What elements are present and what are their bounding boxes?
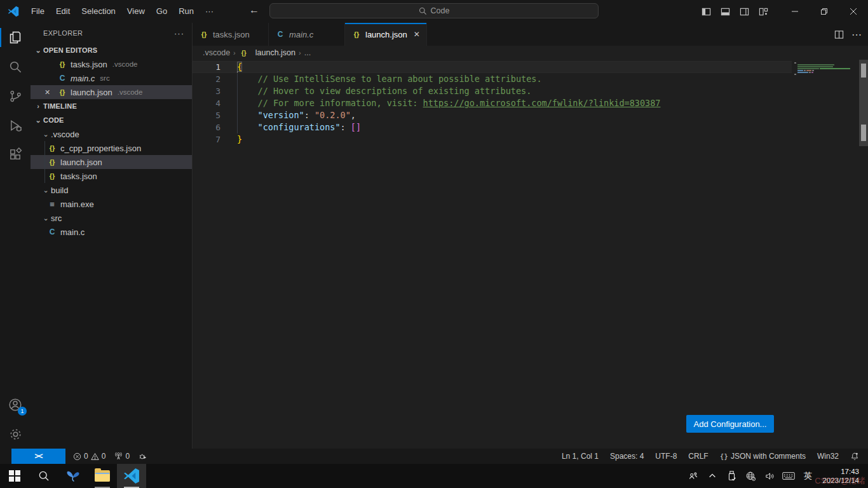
add-configuration-button[interactable]: Add Configuration... (686, 415, 774, 433)
tree-item-main-c[interactable]: Cmain.csrc (31, 71, 192, 85)
volume-icon[interactable] (761, 464, 778, 488)
breadcrumb-more[interactable]: ... (304, 48, 311, 57)
activity-extensions-icon[interactable] (0, 140, 31, 169)
activity-explorer-icon[interactable] (0, 23, 31, 52)
taskbar-vscode[interactable] (117, 464, 146, 488)
item-label: main.c (60, 227, 85, 237)
code-line[interactable]: 3// Hover to view descriptions of existi… (193, 85, 792, 97)
section-timeline[interactable]: ›TIMELINE (31, 99, 192, 113)
explorer-tree: ⌄OPEN EDITORS{}tasks.json.vscodeCmain.cs… (31, 43, 192, 239)
customize-layout-icon[interactable] (754, 2, 773, 21)
platform[interactable]: Win32 (813, 452, 843, 461)
cursor-position[interactable]: Ln 1, Col 1 (558, 452, 602, 461)
sidebar-more-icon[interactable]: ··· (174, 29, 184, 38)
toggle-sidebar-icon[interactable] (696, 2, 715, 21)
settings-gear-icon[interactable] (0, 419, 31, 449)
breadcrumb-folder[interactable]: .vscode (203, 48, 230, 57)
token: } (237, 134, 242, 144)
code-lines: 1{2// Use IntelliSense to learn about po… (193, 61, 792, 146)
tree-item-main-c[interactable]: Cmain.c (31, 225, 192, 239)
tab-main-c[interactable]: Cmain.c (269, 23, 345, 46)
activity-search-icon[interactable] (0, 52, 31, 81)
radio-tower-icon (114, 452, 123, 461)
taskbar-app-butterfly[interactable] (58, 464, 88, 488)
remote-indicator[interactable]: >< (11, 449, 65, 464)
activity-source-control-icon[interactable] (0, 81, 31, 111)
code-editor[interactable]: 1{2// Use IntelliSense to learn about po… (193, 60, 868, 449)
usb-icon[interactable] (723, 464, 740, 488)
tree-item-c-cpp-properties-json[interactable]: {}c_cpp_properties.json (31, 141, 192, 155)
close-tab-icon[interactable]: ✕ (407, 30, 420, 39)
more-actions-icon[interactable]: ⋯ (851, 29, 862, 41)
network-globe-icon[interactable] (742, 464, 759, 488)
section-code[interactable]: ⌄CODE (31, 113, 192, 127)
tree-item-vscode[interactable]: ⌄.vscode (31, 127, 192, 141)
start-button[interactable] (0, 464, 29, 488)
keyboard-ime-icon[interactable] (780, 464, 797, 488)
ports-status[interactable]: 0 (111, 452, 133, 461)
menu-view[interactable]: View (121, 2, 151, 21)
item-label: main.exe (60, 200, 94, 209)
minimap-segment (797, 68, 819, 69)
item-label: tasks.json (60, 172, 97, 181)
tab-tasks-json[interactable]: {}tasks.json (193, 23, 269, 46)
people-icon[interactable] (685, 464, 702, 488)
split-editor-icon[interactable] (834, 30, 844, 39)
tab-launch-json[interactable]: {}launch.json✕ (345, 23, 427, 46)
code-line[interactable]: 1{ (193, 61, 792, 73)
sidebar-header: EXPLORER ··· (31, 23, 192, 43)
menu-item[interactable]: ··· (200, 2, 219, 21)
minimap[interactable] (794, 62, 858, 76)
toggle-secondary-sidebar-icon[interactable] (735, 2, 754, 21)
language-mode[interactable]: {} JSON with Comments (716, 452, 810, 461)
scrollbar-thumb-secondary[interactable] (861, 125, 866, 141)
minimize-button[interactable] (780, 0, 810, 23)
menu-edit[interactable]: Edit (50, 2, 76, 21)
breadcrumb-file[interactable]: launch.json (255, 48, 295, 57)
line-content: // Use IntelliSense to learn about possi… (237, 73, 542, 85)
editor-group: {}tasks.jsonCmain.c{}launch.json✕ ⋯ .vsc… (193, 23, 868, 449)
menu-selection[interactable]: Selection (76, 2, 121, 21)
code-line[interactable]: 2// Use IntelliSense to learn about poss… (193, 73, 792, 85)
taskbar-file-explorer[interactable] (88, 464, 117, 488)
problems-status[interactable]: 0 0 (69, 452, 109, 461)
notifications-bell[interactable] (846, 452, 863, 461)
command-center-search[interactable]: Code (269, 3, 599, 18)
taskbar-search-button[interactable] (29, 464, 58, 488)
code-line[interactable]: 4// For more information, visit: https:/… (193, 97, 792, 109)
menu-run[interactable]: Run (173, 2, 200, 21)
tree-item-tasks-json[interactable]: {}tasks.json.vscode (31, 57, 192, 71)
encoding[interactable]: UTF-8 (651, 452, 681, 461)
tray-chevron-up-icon[interactable] (704, 464, 721, 488)
back-arrow-icon[interactable]: ← (249, 4, 259, 16)
close-editor-icon[interactable]: ✕ (44, 88, 57, 97)
comment-link[interactable]: https://go.microsoft.com/fwlink/?linkid=… (423, 98, 661, 108)
eol-sequence[interactable]: CRLF (684, 452, 712, 461)
json-file-icon: {} (57, 60, 67, 68)
token: // Hover to view descriptions of existin… (258, 86, 532, 96)
tree-item-launch-json[interactable]: ✕{}launch.json.vscode (31, 85, 192, 99)
menu-go[interactable]: Go (151, 2, 173, 21)
code-line[interactable]: 5"version": "0.2.0", (193, 109, 792, 121)
tree-item-build[interactable]: ⌄build (31, 183, 192, 197)
indentation[interactable]: Spaces: 4 (606, 452, 648, 461)
scrollbar-thumb[interactable] (861, 64, 866, 78)
close-window-button[interactable] (839, 0, 868, 23)
editor-scrollbar[interactable] (859, 60, 868, 146)
restore-button[interactable] (810, 0, 839, 23)
taskbar-clock[interactable]: 17:43 2023/12/14 (818, 467, 865, 485)
code-line[interactable]: 6"configurations": [] (193, 121, 792, 133)
activity-run-debug-icon[interactable] (0, 111, 31, 140)
account-icon[interactable]: 1 (0, 390, 31, 419)
section-open-editors[interactable]: ⌄OPEN EDITORS (31, 43, 192, 57)
debug-status[interactable] (135, 452, 151, 461)
code-line[interactable]: 7} (193, 133, 792, 146)
tree-item-launch-json[interactable]: {}launch.json (31, 155, 192, 169)
minimap-segment (797, 72, 808, 73)
tree-item-tasks-json[interactable]: {}tasks.json (31, 169, 192, 183)
tree-item-main-exe[interactable]: ≡main.exe (31, 197, 192, 211)
toggle-panel-icon[interactable] (715, 2, 735, 21)
ime-indicator[interactable]: 英 (799, 470, 816, 482)
menu-file[interactable]: File (25, 2, 50, 21)
tree-item-src[interactable]: ⌄src (31, 211, 192, 225)
